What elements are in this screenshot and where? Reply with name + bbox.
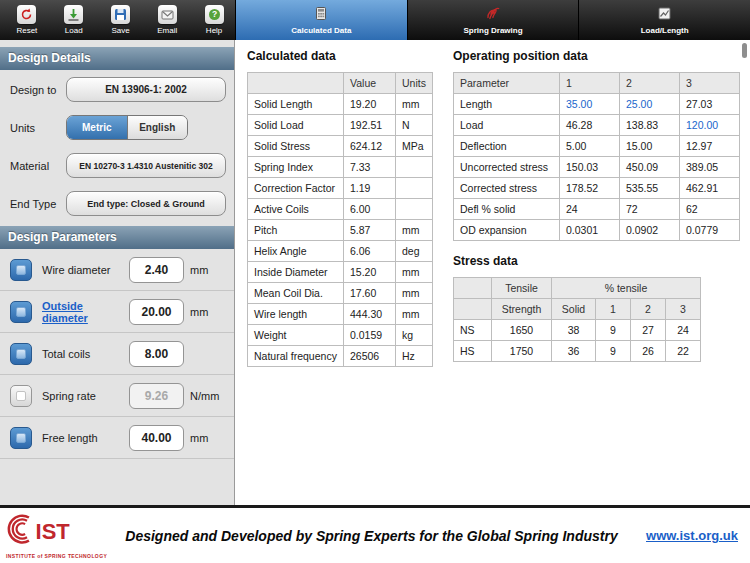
table-header-cell <box>248 73 344 94</box>
table-row: Active Coils6.00 <box>248 199 433 220</box>
parameter-input[interactable] <box>129 383 184 409</box>
ist-website-link[interactable]: www.ist.org.uk <box>623 528 738 543</box>
parameter-input[interactable] <box>129 341 184 367</box>
table-cell: 178.52 <box>560 178 620 199</box>
parameter-checkbox[interactable] <box>10 385 32 407</box>
operating-position-table: Parameter 1 2 3 Length35.0025.0027.03Loa… <box>453 72 740 241</box>
table-cell: mm <box>396 304 433 325</box>
end-type-row: End Type End type: Closed & Ground <box>0 184 234 222</box>
save-icon <box>111 5 130 24</box>
app-window: Reset Load Save Email <box>0 0 750 563</box>
load-button[interactable]: Load <box>53 1 95 39</box>
table-row: OD expansion0.03010.09020.0779 <box>454 220 740 241</box>
table-cell: 1750 <box>492 341 552 362</box>
units-metric-button[interactable]: Metric <box>67 116 127 139</box>
email-icon <box>158 5 177 24</box>
parameter-label[interactable]: Outside diameter <box>42 300 129 324</box>
table-header-cell: Tensile <box>492 278 552 299</box>
scroll-indicator[interactable] <box>742 43 747 58</box>
table-cell: Spring Index <box>248 157 344 178</box>
help-button[interactable]: ? Help <box>193 1 235 39</box>
parameter-input[interactable] <box>129 299 184 325</box>
results-panel: Calculated data Value Units Solid Length… <box>235 40 750 505</box>
design-parameters-header: Design Parameters <box>0 226 234 249</box>
table-cell: mm <box>396 220 433 241</box>
table-header-cell: 2 <box>631 299 666 320</box>
table-cell: Corrected stress <box>454 178 560 199</box>
table-cell: 535.55 <box>620 178 680 199</box>
save-button[interactable]: Save <box>100 1 142 39</box>
help-icon: ? <box>205 5 224 24</box>
parameter-checkbox[interactable] <box>10 301 32 323</box>
table-header-row: Parameter 1 2 3 <box>454 73 740 94</box>
table-row: Inside Diameter15.20mm <box>248 262 433 283</box>
operating-position-title: Operating position data <box>453 49 740 63</box>
table-row: Pitch5.87mm <box>248 220 433 241</box>
table-cell: 192.51 <box>344 115 396 136</box>
parameter-checkbox[interactable] <box>10 343 32 365</box>
table-cell: 1650 <box>492 320 552 341</box>
stress-data-section: Stress data Tensile % tensile Streng <box>453 254 740 362</box>
table-row: Spring Index7.33 <box>248 157 433 178</box>
units-english-button[interactable]: English <box>127 116 188 139</box>
table-cell: 462.91 <box>680 178 740 199</box>
units-row: Units Metric English <box>0 108 234 146</box>
table-row: Solid Length19.20mm <box>248 94 433 115</box>
table-cell: 138.83 <box>620 115 680 136</box>
table-header-row: Value Units <box>248 73 433 94</box>
stress-data-table: Tensile % tensile Strength Solid 1 2 3 <box>453 277 701 362</box>
table-cell: Uncorrected stress <box>454 157 560 178</box>
table-cell: 0.0159 <box>344 325 396 346</box>
email-button[interactable]: Email <box>146 1 188 39</box>
tab-load-length[interactable]: Load/Length <box>578 0 750 40</box>
help-button-label: Help <box>206 26 222 35</box>
design-to-button[interactable]: EN 13906-1: 2002 <box>66 77 226 102</box>
table-row: HS17503692622 <box>454 341 701 362</box>
table-cell: Weight <box>248 325 344 346</box>
table-cell: mm <box>396 283 433 304</box>
table-cell: 6.00 <box>344 199 396 220</box>
table-header-cell: 1 <box>596 299 631 320</box>
tab-spring-drawing[interactable]: Spring Drawing <box>407 0 579 40</box>
calculated-data-table: Value Units Solid Length19.20mmSolid Loa… <box>247 72 433 367</box>
reset-button[interactable]: Reset <box>6 1 48 39</box>
design-to-label: Design to <box>10 84 66 96</box>
parameter-row: Total coils <box>0 333 234 375</box>
table-header-cell: 3 <box>680 73 740 94</box>
table-cell: Inside Diameter <box>248 262 344 283</box>
material-button[interactable]: EN 10270-3 1.4310 Austenitic 302 <box>66 153 226 178</box>
parameter-input[interactable] <box>129 425 184 451</box>
parameter-input[interactable] <box>129 257 184 283</box>
end-type-button[interactable]: End type: Closed & Ground <box>66 191 226 216</box>
checkbox-inner <box>16 265 26 275</box>
toolbar-buttons: Reset Load Save Email <box>0 0 235 40</box>
ist-logo-graphic: IST <box>6 512 92 548</box>
units-segmented-control: Metric English <box>66 115 188 140</box>
tab-label: Spring Drawing <box>463 26 522 35</box>
table-cell: 72 <box>620 199 680 220</box>
table-cell: 27.03 <box>680 94 740 115</box>
table-row: Solid Stress624.12MPa <box>248 136 433 157</box>
table-header-row: Tensile % tensile <box>454 278 701 299</box>
parameter-unit: mm <box>190 306 226 318</box>
table-cell: OD expansion <box>454 220 560 241</box>
table-cell: deg <box>396 241 433 262</box>
table-cell: 26506 <box>344 346 396 367</box>
ist-logo-subtext: INSTITUTE of SPRING TECHNOLOGY <box>6 553 120 559</box>
parameter-checkbox[interactable] <box>10 259 32 281</box>
parameter-checkbox[interactable] <box>10 427 32 449</box>
parameter-row: Free lengthmm <box>0 417 234 459</box>
table-cell: 0.0902 <box>620 220 680 241</box>
table-header-cell <box>454 299 492 320</box>
table-header-cell: 3 <box>666 299 701 320</box>
table-row: Uncorrected stress150.03450.09389.05 <box>454 157 740 178</box>
table-cell: 24 <box>666 320 701 341</box>
table-cell <box>396 157 433 178</box>
table-row: Deflection5.0015.0012.97 <box>454 136 740 157</box>
parameter-row: Wire diametermm <box>0 249 234 291</box>
parameter-unit: mm <box>190 264 226 276</box>
ist-logo: IST INSTITUTE of SPRING TECHNOLOGY <box>0 512 120 559</box>
table-cell: 25.00 <box>620 94 680 115</box>
table-header-cell: Units <box>396 73 433 94</box>
tab-calculated-data[interactable]: Calculated Data <box>235 0 407 40</box>
